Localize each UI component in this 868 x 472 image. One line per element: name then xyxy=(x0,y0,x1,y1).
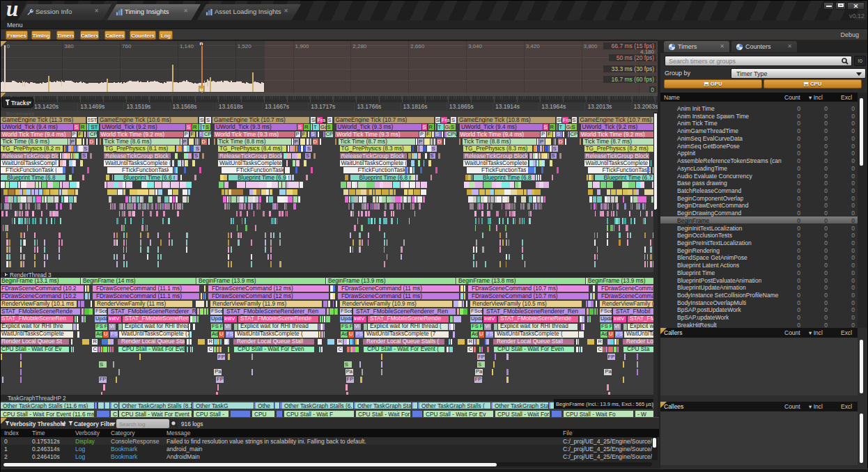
svg-text:Explicit wait for RHI thread: Explicit wait for RHI thread xyxy=(500,322,568,329)
svg-text:Tick Time (8.8 ms): Tick Time (8.8 ms) xyxy=(464,138,511,145)
svg-text:UWorld_Tick (9.3 ms): UWorld_Tick (9.3 ms) xyxy=(216,123,272,130)
svg-text:Tracks: Tracks xyxy=(11,100,29,107)
svg-text:Tick Time (8.8 ms): Tick Time (8.8 ms) xyxy=(219,138,266,145)
svg-text:CPU Stall - Wait For Even: CPU Stall - Wait For Even xyxy=(497,345,564,352)
svg-text:P: P xyxy=(541,131,545,137)
svg-text:U: U xyxy=(104,331,107,337)
svg-text:FDrawSceneCommand (11 ms): FDrawSceneCommand (11 ms) xyxy=(341,292,422,299)
svg-text:S: S xyxy=(423,124,426,130)
svg-text:FDrawSceneCommand (11.6: FDrawSceneCommand (11.6 xyxy=(601,285,659,292)
svg-text:1,900: 1,900 xyxy=(295,43,310,49)
svg-text:GameEngine Tick (10.7 ms): GameEngine Tick (10.7 ms) xyxy=(336,116,408,123)
svg-text:RenderThread 3: RenderThread 3 xyxy=(10,272,52,278)
svg-text:C: C xyxy=(93,346,98,352)
svg-text:FS F: FS F xyxy=(212,323,224,329)
svg-text:TG_PrePhysics (8.2 m: TG_PrePhysics (8.2 m xyxy=(2,145,61,152)
svg-text:World Tick Time (9.4 ms): World Tick Time (9.4 ms) xyxy=(460,131,525,138)
svg-text:CP: CP xyxy=(571,131,578,137)
svg-text:13.1469s: 13.1469s xyxy=(80,103,104,110)
svg-text:Other TaskGraph Stalls (: Other TaskGraph Stalls ( xyxy=(421,402,485,409)
svg-text:UWorld_Tick (9.2 ms): UWorld_Tick (9.2 ms) xyxy=(102,123,157,130)
svg-text:CPU Stall - Wait For Event (8: CPU Stall - Wait For Event (8 m xyxy=(121,411,203,418)
svg-text:UWorld_Tick (9.4 ms): UWorld_Tick (9.4 ms) xyxy=(2,123,58,130)
svg-text:Upda: Upda xyxy=(211,315,224,322)
svg-text:FP: FP xyxy=(478,354,485,360)
svg-text:WaitUntilTasksComplete (7.: WaitUntilTasksComplete (7. xyxy=(121,330,192,337)
svg-text:STAT_FMobileSceneRende: STAT_FMobileSceneRende xyxy=(370,315,441,322)
svg-text:FTickFunctionTask (: FTickFunctionTask ( xyxy=(6,166,57,173)
svg-text:TG_PrePhysics (8.2 ms): TG_PrePhysics (8.2 ms) xyxy=(586,145,649,152)
svg-text:Vi: Vi xyxy=(614,323,619,329)
svg-text:F: F xyxy=(191,131,194,137)
svg-text:FDrawSceneCommand (10.7 ms): FDrawSceneCommand (10.7 ms) xyxy=(472,292,558,299)
svg-text:S: S xyxy=(451,117,455,123)
svg-text:CPU Stall - Wait For Ev: CPU Stall - Wait For Ev xyxy=(426,411,486,418)
svg-text:FS: FS xyxy=(356,331,363,337)
svg-text:ST: ST xyxy=(91,124,98,130)
svg-text:FP: FP xyxy=(475,376,482,382)
svg-text:P: P xyxy=(540,139,543,145)
svg-text:Tick Time (8.7 ms): Tick Time (8.7 ms) xyxy=(340,138,387,145)
svg-text:TG_PrePhysics (8.3 ms): TG_PrePhysics (8.3 ms) xyxy=(465,145,528,152)
svg-text:1,520: 1,520 xyxy=(238,43,252,49)
svg-text:FTickFunctionTask (6.: FTickFunctionTask (6. xyxy=(603,166,659,173)
svg-text:C: C xyxy=(469,346,473,352)
svg-text:380: 380 xyxy=(64,43,74,49)
svg-text:S: S xyxy=(573,117,576,123)
svg-text:u: u xyxy=(200,86,203,93)
svg-text:S: S xyxy=(187,124,190,130)
svg-text:STAT_FMobileSceneRende: STAT_FMobileSceneRende xyxy=(500,315,571,322)
svg-text:CPU Stall - Wait F______: CPU Stall - Wait F______ xyxy=(286,411,352,418)
svg-text:FP: FP xyxy=(217,376,224,382)
svg-text:STAT_FMobil: STAT_FMobil xyxy=(616,308,651,315)
svg-text:RenderViewFamily (10.5 ms): RenderViewFamily (10.5 ms) xyxy=(472,300,547,307)
svg-text:TG_PrePhysics (8.1 ms): TG_PrePhysics (8.1 ms) xyxy=(105,145,169,152)
svg-text:FSce: FSce xyxy=(211,308,224,314)
svg-text:Fra: Fra xyxy=(442,117,450,123)
svg-text:ReleaseTickGroup Block (8: ReleaseTickGroup Block (8 xyxy=(586,152,656,159)
svg-text:S: S xyxy=(84,145,87,152)
svg-text:CPU: CPU xyxy=(447,131,458,137)
svg-text:C: C xyxy=(339,346,343,352)
svg-text:Upda: Upda xyxy=(471,315,484,322)
svg-text:P: P xyxy=(419,139,422,145)
svg-text:Other TaskGraph Stalls (8.1 ms: Other TaskGraph Stalls (8.1 ms xyxy=(122,402,203,409)
svg-text:CPU Stall - Wait For Ev: CPU Stall - Wait For Ev xyxy=(497,411,558,418)
svg-text:3,040: 3,040 xyxy=(468,43,483,49)
svg-text:Explicit wait for RHI thread: Explicit wait for RHI thread xyxy=(240,322,309,329)
svg-text:FP: FP xyxy=(347,376,354,382)
svg-text:Render Local Queue Stall: Render Local Queue Stall xyxy=(237,338,303,345)
svg-text:World Tick Time (9.4 ms): World Tick Time (9.4 ms) xyxy=(2,131,66,138)
svg-text:FSce: FSce xyxy=(95,308,108,314)
svg-text:Tick Time (8.9 ms): Tick Time (8.9 ms) xyxy=(2,138,49,145)
svg-text:T: T xyxy=(313,124,317,130)
svg-text:BeginFrame (13.9 ms): BeginFrame (13.9 ms) xyxy=(328,277,386,284)
svg-text:Ad: Ad xyxy=(341,331,348,337)
svg-text:Pa: Pa xyxy=(346,368,353,375)
svg-text:50 ms (20 fps): 50 ms (20 fps) xyxy=(617,54,654,61)
svg-text:S: S xyxy=(327,124,331,130)
svg-text:T: T xyxy=(438,124,442,130)
svg-text:R: R xyxy=(469,338,473,345)
svg-text:FS: FS xyxy=(486,331,493,337)
svg-text:Render Local Queue Stalls (: Render Local Queue Stalls ( xyxy=(121,338,194,345)
svg-text:R: R xyxy=(209,338,213,345)
svg-text:Upda: Upda xyxy=(600,315,614,322)
svg-text:S: S xyxy=(298,124,302,130)
svg-text:STAT_FMobileSceneRenderer_Ren: STAT_FMobileSceneRenderer_Ren xyxy=(356,308,448,315)
svg-text:D: D xyxy=(90,139,94,145)
svg-text:WaitUntilTasksComplete: WaitUntilTasksComplete xyxy=(1,330,64,337)
svg-text:S: S xyxy=(328,117,332,123)
svg-text:S: S xyxy=(435,131,439,137)
svg-text:760: 760 xyxy=(122,43,132,49)
svg-text:S: S xyxy=(451,124,454,130)
svg-text:GameEngine Tick (11.3 ms): GameEngine Tick (11.3 ms) xyxy=(2,116,73,123)
svg-text:S: S xyxy=(552,152,555,159)
svg-text:S: S xyxy=(431,152,434,159)
svg-text:Ad: Ad xyxy=(601,331,607,337)
svg-text:13.1865s: 13.1865s xyxy=(449,103,474,110)
svg-text:13.1618s: 13.1618s xyxy=(219,103,243,110)
svg-text:R: R xyxy=(304,124,309,130)
svg-text:RenderViewFamily (10.9 ms): RenderViewFamily (10.9 ms) xyxy=(342,300,417,307)
svg-text:FDrawSceneCommand (11.6: FDrawSceneCommand (11.6 xyxy=(601,292,659,299)
